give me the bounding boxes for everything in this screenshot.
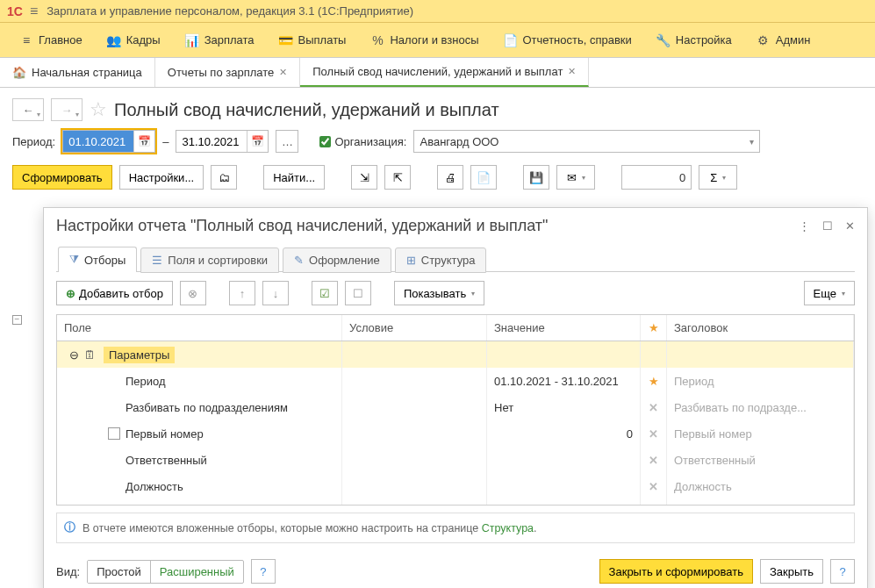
modal-max-icon[interactable]: ☐ (822, 219, 833, 233)
more-button[interactable]: Еще▾ (804, 281, 855, 305)
modal-footer: Вид: Простой Расширенный ? Закрыть и сфо… (44, 550, 867, 588)
table-row[interactable]: Первый номер0✕Первый номер (57, 420, 854, 447)
burger-icon[interactable]: ≡ (30, 4, 38, 19)
remove-icon[interactable]: ✕ (649, 480, 658, 493)
params-row[interactable]: ⊖🗓Параметры (57, 341, 854, 368)
expand-button[interactable]: ⇲ (351, 165, 377, 190)
tree-collapse[interactable]: − (12, 312, 22, 325)
collapse-button[interactable]: ⇱ (384, 165, 411, 190)
period-to-value[interactable] (176, 131, 247, 152)
tab-structure[interactable]: ⊞Структура (395, 247, 487, 273)
close-icon[interactable]: ✕ (568, 66, 576, 77)
menu-main[interactable]: ≡Главное (7, 24, 95, 57)
view-advanced[interactable]: Расширенный (150, 561, 243, 583)
menu-main-label: Главное (39, 33, 82, 47)
tab-format[interactable]: ✎Оформление (283, 247, 391, 273)
calc-icon: 📊 (185, 33, 199, 47)
row-value: 01.10.2021 - 31.10.2021 (487, 368, 641, 394)
row-checkbox[interactable] (108, 427, 120, 440)
open-tabs: 🏠Начальная страница Отчеты по зарплате✕ … (0, 58, 875, 88)
remove-icon[interactable]: ✕ (649, 454, 658, 467)
row-field: Должность (126, 480, 183, 493)
check-all-button[interactable]: ☑ (312, 281, 338, 305)
header-cond[interactable]: Условие (342, 315, 487, 341)
settings-button[interactable]: Настройки... (119, 165, 204, 190)
mail-button[interactable]: ✉▾ (556, 165, 595, 190)
menu-reports[interactable]: 📄Отчетность, справки (491, 24, 644, 57)
table-row[interactable]: Период01.10.2021 - 31.10.2021★Период (57, 368, 854, 394)
sum-button[interactable]: Σ▾ (699, 165, 737, 190)
period-from-value[interactable] (63, 131, 133, 152)
menu-settings[interactable]: 🔧Настройка (644, 24, 744, 57)
move-up-button[interactable]: ↑ (229, 281, 255, 305)
star-icon[interactable]: ★ (649, 375, 659, 388)
nav-back[interactable]: ←▾ (12, 98, 44, 121)
close-and-form-button[interactable]: Закрыть и сформировать (599, 559, 753, 584)
move-down-button[interactable]: ↓ (262, 281, 289, 305)
collapse-icon[interactable]: ⊖ (69, 348, 79, 362)
org-check-input[interactable] (319, 136, 331, 147)
preview-button[interactable]: 📄 (470, 165, 497, 190)
info-link[interactable]: Структура (482, 522, 534, 534)
tab-fields[interactable]: ☰Поля и сортировки (140, 247, 279, 273)
menu-salary[interactable]: 📊Зарплата (173, 24, 267, 57)
header-value[interactable]: Значение (487, 315, 641, 341)
percent-icon: % (370, 33, 384, 47)
show-button[interactable]: Показывать▾ (394, 281, 484, 305)
tab-home[interactable]: 🏠Начальная страница (0, 58, 155, 87)
tab-reports-label: Отчеты по зарплате (168, 66, 274, 79)
favorite-star-icon[interactable]: ☆ (90, 98, 107, 121)
row-field: Ответственный (126, 454, 207, 467)
wrench-icon: 🔧 (656, 33, 671, 47)
row-title: Ответственный (667, 447, 854, 473)
tab-full-summary[interactable]: Полный свод начислений, удержаний и выпл… (300, 58, 589, 87)
info-dot: . (534, 522, 536, 534)
table-row[interactable]: Руководитель✕Руководитель (57, 499, 854, 506)
table-row[interactable]: Ответственный✕Ответственный (57, 447, 854, 473)
help-button-2[interactable]: ? (830, 559, 855, 584)
calendar-icon[interactable]: 📅 (247, 131, 268, 152)
find-button[interactable]: Найти... (263, 165, 325, 190)
modal-more-icon[interactable]: ⋮ (799, 219, 810, 233)
delete-filter-button[interactable]: ⊗ (180, 281, 206, 305)
add-filter-button[interactable]: ⊕ Добавить отбор (56, 281, 173, 305)
remove-icon[interactable]: ✕ (649, 427, 658, 441)
main-menu: ≡Главное 👥Кадры 📊Зарплата 💳Выплаты %Нало… (0, 23, 875, 58)
print-button[interactable]: 🖨 (437, 165, 463, 190)
menu-payouts-label: Выплаты (298, 33, 347, 47)
header-field[interactable]: Поле (57, 315, 342, 341)
period-to-input[interactable]: 📅 (176, 130, 269, 153)
remove-icon[interactable]: ✕ (649, 401, 658, 414)
header-title[interactable]: Заголовок (667, 315, 854, 341)
view-simple[interactable]: Простой (88, 561, 150, 583)
row-value: Нет (487, 394, 641, 420)
table-row[interactable]: Должность✕Должность (57, 473, 854, 499)
org-combo[interactable]: Авангард ООО ▾ (413, 130, 760, 153)
app-titlebar: 1C ≡ Зарплата и управление персоналом, р… (0, 0, 875, 23)
modal-close-icon[interactable]: ✕ (845, 219, 855, 233)
tab-filters[interactable]: ⧩Отборы (58, 247, 137, 272)
menu-taxes[interactable]: %Налоги и взносы (358, 24, 491, 57)
variants-button[interactable]: 🗂 (211, 165, 237, 190)
row-title: Разбивать по подразде... (667, 394, 854, 420)
org-checkbox[interactable]: Организация: (319, 135, 406, 148)
period-select-button[interactable]: … (276, 130, 298, 153)
number-field[interactable]: 0 (621, 165, 692, 190)
menu-hr[interactable]: 👥Кадры (95, 24, 173, 57)
menu-admin[interactable]: ⚙Админ (744, 24, 823, 57)
period-from-input[interactable]: 📅 (62, 130, 155, 153)
table-row[interactable]: Разбивать по подразделениямНет✕Разбивать… (57, 394, 854, 420)
calendar-icon[interactable]: 📅 (133, 131, 154, 152)
menu-payouts[interactable]: 💳Выплаты (267, 24, 359, 57)
tab-reports[interactable]: Отчеты по зарплате✕ (155, 58, 300, 87)
view-mode-group[interactable]: Простой Расширенный (87, 560, 244, 584)
form-report-button[interactable]: Сформировать (12, 165, 112, 190)
header-star[interactable]: ★ (641, 315, 667, 341)
save-button[interactable]: 💾 (523, 165, 549, 190)
uncheck-all-button[interactable]: ☐ (345, 281, 371, 305)
close-icon[interactable]: ✕ (279, 67, 287, 78)
info-icon: ⓘ (64, 520, 75, 535)
help-button[interactable]: ? (251, 559, 276, 584)
menu-taxes-label: Налоги и взносы (390, 33, 478, 47)
close-button[interactable]: Закрыть (760, 559, 823, 584)
